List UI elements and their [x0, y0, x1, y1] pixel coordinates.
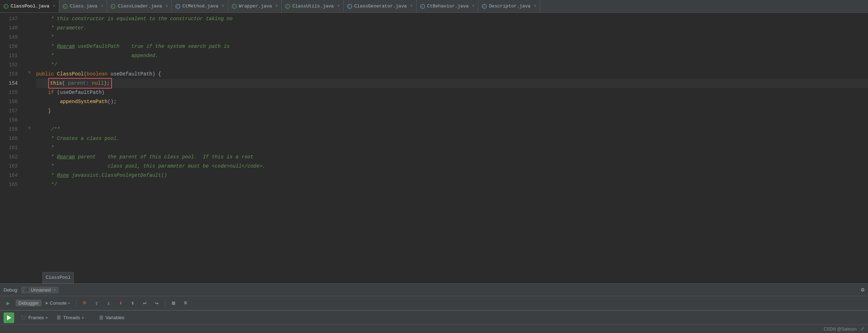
- tab-close-7[interactable]: ×: [410, 4, 413, 8]
- debug-tab-close[interactable]: ×: [53, 288, 56, 292]
- status-text: CSDN @Saleson: [824, 327, 857, 332]
- tab-close-4[interactable]: ×: [222, 4, 224, 8]
- debug-bar: Debug: ⬛ Unnamed × ⚙: [0, 283, 868, 296]
- plain-153a: [54, 69, 57, 79]
- line-num-163: 163: [0, 162, 21, 171]
- line-num-153: 153: [0, 69, 21, 79]
- gutter-148: [25, 22, 34, 31]
- code-line-161: *: [36, 143, 868, 152]
- line-num-161: 161: [0, 143, 21, 152]
- tab-close-3[interactable]: ×: [165, 4, 168, 8]
- java-icon-9: C: [482, 4, 487, 9]
- code-line-148: * parameter.: [36, 23, 868, 33]
- gutter-162: [25, 151, 34, 160]
- resize-icon[interactable]: ⤢: [860, 326, 864, 332]
- tab-wrapper[interactable]: C Wrapper.java ×: [228, 0, 282, 12]
- java-icon-3: C: [111, 4, 115, 9]
- tab-close-8[interactable]: ×: [472, 4, 475, 8]
- step-out-button[interactable]: ⬆: [128, 298, 138, 308]
- line-num-159: 159: [0, 125, 21, 134]
- line-num-154: 154: [0, 79, 21, 88]
- tab-close-classpool[interactable]: ×: [53, 4, 55, 8]
- fn-this-154: this: [50, 79, 62, 88]
- tab-classpool[interactable]: C ClassPool.java ×: [0, 0, 59, 12]
- comment-148: * parameter.: [36, 23, 87, 33]
- fold-159[interactable]: ▽: [28, 126, 30, 130]
- code-line-151: * appended.: [36, 51, 868, 60]
- settings-toolbar-button[interactable]: ≡: [180, 298, 191, 308]
- frames-arrow[interactable]: ▸: [46, 315, 48, 320]
- code-content[interactable]: * this constructor is equivalent to the …: [34, 13, 868, 283]
- code-line-153: public ClassPool ( boolean useDefaultPat…: [36, 69, 868, 79]
- gutter-164: [25, 169, 34, 179]
- frames-button[interactable]: ⊞: [168, 298, 179, 308]
- java-icon-7: C: [347, 4, 352, 9]
- step-into-button[interactable]: ⇩: [103, 298, 114, 308]
- frames-panel-btn[interactable]: ⬛ Frames ▸: [16, 314, 52, 322]
- tab-label-6: ClassUtils.java: [292, 4, 334, 9]
- tab-close-9[interactable]: ×: [534, 4, 536, 8]
- tab-close-2[interactable]: ×: [101, 4, 103, 8]
- threads-arrow[interactable]: ▸: [82, 315, 84, 320]
- comment-160: * Creates a class pool.: [36, 134, 119, 143]
- see-tag-164: @see: [57, 171, 69, 180]
- debugger-tab[interactable]: Debugger: [16, 300, 41, 306]
- comment-162a: *: [36, 152, 57, 162]
- step-out-up-button[interactable]: ⇧: [91, 298, 102, 308]
- fn-appendsystem-156: appendSystemPath: [60, 97, 107, 106]
- console-tab[interactable]: ▶ Console ▸: [43, 300, 73, 306]
- svg-text:C: C: [483, 5, 485, 8]
- gutter-159[interactable]: ▽: [25, 123, 34, 132]
- comment-161: *: [36, 143, 54, 152]
- gutter-163: [25, 160, 34, 169]
- tab-class[interactable]: C Class.java ×: [59, 0, 107, 12]
- variables-panel: ☰ Variables: [99, 315, 124, 320]
- code-line-165: */: [36, 180, 868, 189]
- debugger-label: Debugger: [18, 300, 39, 306]
- line-num-152: 152: [0, 60, 21, 69]
- run-to-cursor-button[interactable]: ↩: [140, 298, 150, 308]
- line-num-158: 158: [0, 115, 21, 125]
- java-icon-6: C: [285, 4, 290, 9]
- threads-panel-btn[interactable]: ☰ Threads ▸: [52, 314, 89, 322]
- step-over-button[interactable]: ≡: [79, 298, 90, 308]
- code-line-155: if (useDefaultPath): [36, 88, 868, 97]
- kw-if-155: if: [48, 88, 54, 97]
- tab-label-3: ClassLoader.java: [118, 4, 162, 9]
- code-line-147: * this constructor is equivalent to the …: [36, 14, 868, 23]
- run-button[interactable]: [4, 312, 14, 323]
- settings-icon[interactable]: ⚙: [861, 286, 864, 293]
- gutter-153[interactable]: ▽: [25, 68, 34, 77]
- line-num-160: 160: [0, 134, 21, 143]
- comment-163b: .: [263, 162, 265, 171]
- fold-153[interactable]: ▽: [28, 70, 30, 75]
- tab-close-5[interactable]: ×: [276, 4, 278, 8]
- tab-close-6[interactable]: ×: [337, 4, 340, 8]
- comment-164b: javassist.ClassPool#getDefault(): [69, 171, 167, 180]
- tab-descriptor[interactable]: C Descriptor.java ×: [478, 0, 540, 12]
- resume-button[interactable]: ▶: [3, 298, 13, 308]
- plain-153c: useDefaultPath) {: [108, 69, 161, 79]
- force-step-into-button[interactable]: ⬇: [115, 298, 126, 308]
- param-hint-154: parent:: [68, 79, 89, 88]
- gutter-161: [25, 142, 34, 151]
- console-arrow[interactable]: ▸: [68, 301, 71, 305]
- gutter-165: [25, 179, 34, 188]
- tab-classutils[interactable]: C ClassUtils.java ×: [282, 0, 344, 12]
- tooltip-classpool: ClassPool: [43, 272, 74, 283]
- line-numbers: 147 148 149 150 151 152 153 154 155 156 …: [0, 13, 25, 283]
- tab-classgenerator[interactable]: C ClassGenerator.java ×: [344, 0, 417, 12]
- svg-text:C: C: [64, 5, 66, 8]
- evaluate-button[interactable]: ↪: [152, 298, 162, 308]
- tab-ctmethod[interactable]: C CtMethod.java ×: [172, 0, 228, 12]
- tab-ctbehavior[interactable]: C CtBehavior.java ×: [417, 0, 479, 12]
- gutter-160: [25, 132, 34, 142]
- variables-icon: ☰: [99, 315, 103, 320]
- tab-classloader[interactable]: C ClassLoader.java ×: [107, 0, 171, 12]
- toolbar-sep-1: [76, 300, 77, 307]
- gutter-155: [25, 86, 34, 96]
- tab-label-7: ClassGenerator.java: [354, 4, 407, 9]
- debug-tab-unnamed[interactable]: ⬛ Unnamed ×: [21, 287, 59, 293]
- svg-text:C: C: [348, 5, 350, 8]
- gutter-152: [25, 59, 34, 68]
